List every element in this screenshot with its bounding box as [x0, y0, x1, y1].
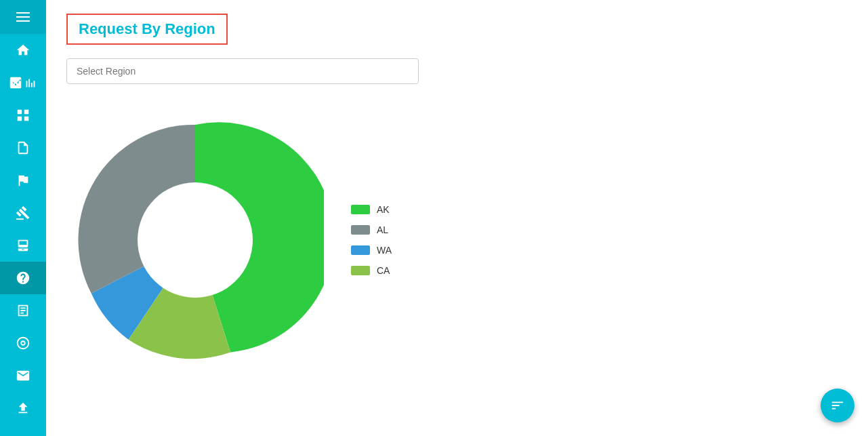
sidebar-item-gavel[interactable]: [0, 197, 46, 229]
sidebar-item-flag[interactable]: [0, 164, 46, 197]
donut-hole: [138, 182, 253, 298]
donut-chart: [66, 98, 324, 382]
page-title: Request By Region: [79, 20, 215, 38]
legend-label-wa: WA: [377, 245, 392, 256]
sidebar-item-analytics[interactable]: [0, 66, 46, 99]
sidebar-item-upload[interactable]: [0, 392, 46, 424]
legend-label-ca: CA: [377, 265, 390, 276]
legend-color-ak: [351, 205, 370, 214]
select-region-input[interactable]: [66, 58, 419, 84]
legend-color-wa: [351, 245, 370, 255]
chart-legend: AK AL WA CA: [351, 204, 392, 276]
chart-area: AK AL WA CA: [66, 98, 848, 382]
sidebar: [0, 0, 46, 436]
legend-item-wa: WA: [351, 245, 392, 256]
filter-icon: [830, 398, 845, 413]
menu-button[interactable]: [0, 0, 46, 34]
legend-label-ak: AK: [377, 204, 390, 215]
sidebar-item-support[interactable]: [0, 262, 46, 294]
sidebar-item-reel[interactable]: [0, 327, 46, 359]
sidebar-item-server[interactable]: [0, 229, 46, 262]
sidebar-item-news[interactable]: [0, 294, 46, 327]
page-title-box: Request By Region: [66, 14, 228, 45]
hamburger-icon: [16, 12, 30, 22]
select-region-wrapper: [66, 58, 419, 84]
legend-item-ca: CA: [351, 265, 392, 276]
sidebar-item-grid[interactable]: [0, 99, 46, 132]
sidebar-item-home[interactable]: [0, 34, 46, 66]
legend-item-ak: AK: [351, 204, 392, 215]
legend-item-al: AL: [351, 224, 392, 235]
legend-color-al: [351, 225, 370, 235]
legend-color-ca: [351, 266, 370, 275]
sidebar-item-mail[interactable]: [0, 359, 46, 392]
legend-label-al: AL: [377, 224, 388, 235]
sidebar-item-document[interactable]: [0, 132, 46, 164]
main-content: Request By Region: [46, 0, 868, 436]
fab-filter-button[interactable]: [821, 389, 854, 422]
